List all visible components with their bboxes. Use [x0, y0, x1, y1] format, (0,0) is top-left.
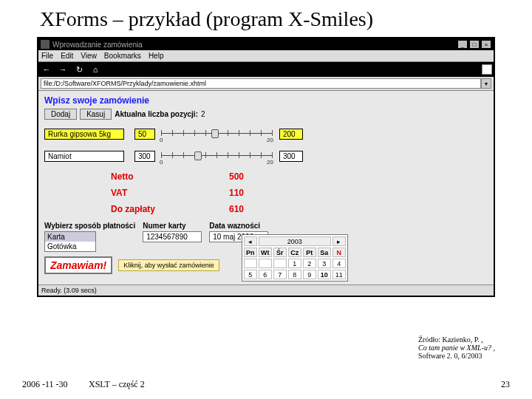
add-button[interactable]: Dodaj: [44, 109, 77, 120]
item1-name[interactable]: Rurka gipsowa 5kg: [44, 129, 124, 140]
net-label: Netto: [111, 171, 229, 182]
address-input[interactable]: file:/D:/Software/XFORMS/Przyklady/zamow…: [41, 78, 481, 89]
submit-order-button[interactable]: Zamawiam!: [44, 256, 112, 274]
citation: Źródło: Kazienko, P. , Co tam panie w XM…: [418, 335, 522, 360]
close-button[interactable]: ×: [481, 40, 491, 49]
app-window: Wprowadzanie zamówienia _ □ × File Edit …: [37, 37, 495, 297]
item1-qty: 200: [279, 129, 303, 140]
app-icon: [41, 40, 50, 49]
back-button[interactable]: ←: [40, 64, 53, 75]
payment-option-card: Karta: [45, 232, 95, 242]
calendar-popup[interactable]: ◂2003▸ PnWtŚrCzPtSaN 1234 567891011: [242, 234, 348, 282]
slide-title: XForms – przykład (program X-Smiles): [40, 7, 495, 31]
total-value: 610: [229, 204, 273, 214]
address-dropdown-button[interactable]: ▾: [481, 78, 491, 89]
menu-edit[interactable]: Edit: [61, 52, 73, 60]
menu-bar: File Edit View Bookmarks Help: [38, 50, 494, 62]
menu-view[interactable]: View: [81, 52, 97, 60]
payment-select[interactable]: Karta Gotówka: [44, 231, 96, 252]
page-body: Wpisz swoje zamówienie Dodaj Kasuj Aktua…: [38, 91, 494, 284]
cal-next[interactable]: ▸: [332, 236, 346, 246]
cal-prev[interactable]: ◂: [244, 236, 257, 246]
stop-button[interactable]: [482, 64, 492, 75]
reload-button[interactable]: ↻: [72, 64, 86, 75]
nav-toolbar: ← → ↻ ⌂: [38, 62, 494, 77]
count-value: 2: [201, 110, 205, 118]
status-bar: Ready. (3.09 secs): [38, 284, 494, 296]
payment-option-cash: Gotówka: [45, 242, 95, 251]
item2-slider[interactable]: 0 20: [161, 148, 272, 164]
menu-help[interactable]: Help: [149, 52, 164, 60]
footer-title: XSLT – część 2: [89, 379, 145, 390]
count-label: Aktualna liczba pozycji:: [115, 110, 198, 118]
menu-file[interactable]: File: [41, 52, 53, 60]
cardno-header: Numer karty: [143, 222, 202, 230]
item2-price[interactable]: 300: [134, 151, 155, 162]
menu-bookmarks[interactable]: Bookmarks: [104, 52, 141, 60]
delete-button[interactable]: Kasuj: [80, 109, 112, 120]
window-title: Wprowadzanie zamówienia: [52, 41, 143, 49]
vat-label: VAT: [111, 188, 229, 198]
slide-footer: 2006 -11 -30 XSLT – część 2 23: [22, 379, 510, 390]
net-value: 500: [229, 171, 273, 182]
cardno-input[interactable]: 1234567890: [143, 231, 202, 242]
home-button[interactable]: ⌂: [89, 64, 102, 75]
item2-name[interactable]: Namiot: [44, 151, 124, 162]
vat-value: 110: [229, 188, 273, 198]
total-label: Do zapłaty: [111, 204, 229, 214]
address-bar: file:/D:/Software/XFORMS/Przyklady/zamow…: [38, 77, 494, 91]
expiry-header: Data wazności: [209, 222, 268, 230]
minimize-button[interactable]: _: [457, 40, 468, 49]
cal-year: 2003: [259, 236, 331, 246]
maximize-button[interactable]: □: [469, 40, 480, 49]
item-row-1: Rurka gipsowa 5kg 50 0 20 200: [44, 126, 488, 142]
footer-page: 23: [501, 379, 510, 390]
titlebar: Wprowadzanie zamówienia _ □ ×: [38, 38, 494, 50]
item2-qty: 300: [279, 151, 303, 162]
item1-slider[interactable]: 0 20: [161, 126, 272, 142]
submit-hint: Kliknij, aby wysłać zamówienie: [118, 259, 219, 271]
forward-button[interactable]: →: [56, 64, 69, 75]
payment-header: Wybierz sposób płatności: [44, 222, 135, 230]
item1-price[interactable]: 50: [134, 129, 155, 140]
form-heading: Wpisz swoje zamówienie: [44, 95, 488, 106]
item-row-2: Namiot 300 0 20 300: [44, 148, 488, 164]
totals-block: Netto500 VAT110 Do zapłaty610: [44, 171, 488, 214]
footer-date: 2006 -11 -30: [22, 379, 68, 390]
